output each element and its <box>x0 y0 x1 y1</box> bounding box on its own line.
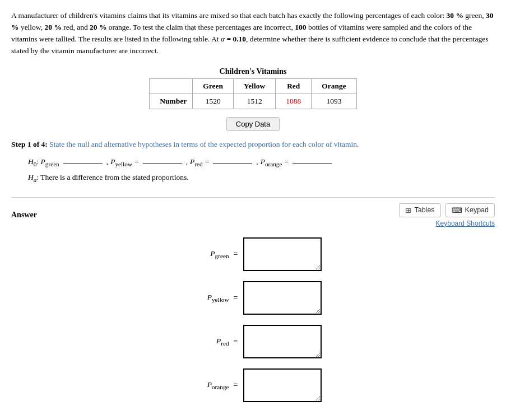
answer-label: Answer <box>11 211 37 220</box>
keypad-label: Keypad <box>465 206 489 214</box>
col-green: Green <box>193 78 234 94</box>
table-title: Children's Vitamins <box>149 67 357 78</box>
val-orange: 1093 <box>312 94 357 109</box>
tables-icon: ⊞ <box>405 206 411 214</box>
input-section: Pgreen = Pyellow = Pred = Porange = <box>11 237 495 402</box>
copy-data-button[interactable]: Copy Data <box>226 117 280 131</box>
tools-row: ⊞ Tables ⌨ Keypad <box>399 203 495 217</box>
p-green-input-label: Pgreen <box>184 249 229 259</box>
comma3: , <box>256 155 258 169</box>
p-yellow-input[interactable] <box>243 281 322 315</box>
tools-column: ⊞ Tables ⌨ Keypad Keyboard Shortcuts <box>399 203 495 227</box>
equals-orange: = <box>234 381 238 390</box>
row-label: Number <box>150 94 193 109</box>
p-orange-input[interactable] <box>243 368 322 402</box>
step-label: Step 1 of 4: <box>11 140 48 148</box>
blank1 <box>63 164 103 164</box>
vitamins-table: Children's Vitamins Green Yellow Red Ora… <box>149 67 357 109</box>
keypad-icon: ⌨ <box>452 206 462 214</box>
hypothesis-block: H0: Pgreen , Pyellow = , Pred = , Porang… <box>28 155 495 186</box>
table-row: Number 1520 1512 1088 1093 <box>150 94 357 109</box>
intro-paragraph: A manufacturer of children's vitamins cl… <box>11 10 495 57</box>
comma2: , <box>186 155 188 169</box>
tables-label: Tables <box>414 206 434 214</box>
p-yellow-label: Pyellow <box>110 155 132 170</box>
h0-symbol: H0: Pgreen <box>28 155 59 170</box>
table-container: Children's Vitamins Green Yellow Red Ora… <box>11 67 495 109</box>
empty-header <box>150 78 193 94</box>
keypad-button[interactable]: ⌨ Keypad <box>445 203 495 217</box>
equals-yellow: = <box>234 293 238 302</box>
keyboard-shortcuts-link[interactable]: Keyboard Shortcuts <box>436 220 495 227</box>
p-orange-label: Porange <box>261 155 282 170</box>
ha-line: Ha: There is a difference from the state… <box>28 170 495 186</box>
copy-btn-row: Copy Data <box>11 117 495 131</box>
step-description: State the null and alternative hypothese… <box>49 140 359 148</box>
col-orange: Orange <box>312 78 357 94</box>
blank2 <box>143 164 182 164</box>
p-red-input-label: Pred <box>184 337 229 347</box>
blank3 <box>213 164 252 164</box>
val-green: 1520 <box>193 94 234 109</box>
ha-symbol: Ha: There is a difference from the state… <box>28 170 189 186</box>
step-header: Step 1 of 4: State the null and alternat… <box>11 140 495 149</box>
equals-red: = <box>234 337 238 346</box>
answer-bar: Answer ⊞ Tables ⌨ Keypad Keyboard Shortc… <box>11 197 495 227</box>
col-yellow: Yellow <box>234 78 276 94</box>
val-yellow: 1512 <box>234 94 276 109</box>
input-row-yellow: Pyellow = <box>184 281 322 315</box>
val-red: 1088 <box>276 94 312 109</box>
p-red-label: Pred <box>190 155 203 170</box>
p-orange-input-label: Porange <box>184 380 229 390</box>
input-row-red: Pred = <box>184 325 322 358</box>
col-red: Red <box>276 78 312 94</box>
equals-green: = <box>234 250 238 259</box>
input-row-green: Pgreen = <box>184 237 322 271</box>
p-yellow-input-label: Pyellow <box>184 293 229 303</box>
p-green-input[interactable] <box>243 237 322 271</box>
h0-line: H0: Pgreen , Pyellow = , Pred = , Porang… <box>28 155 495 170</box>
tables-button[interactable]: ⊞ Tables <box>399 203 440 217</box>
blank4 <box>293 164 332 164</box>
p-red-input[interactable] <box>243 325 322 358</box>
input-row-orange: Porange = <box>184 368 322 402</box>
comma1: , <box>106 155 108 169</box>
